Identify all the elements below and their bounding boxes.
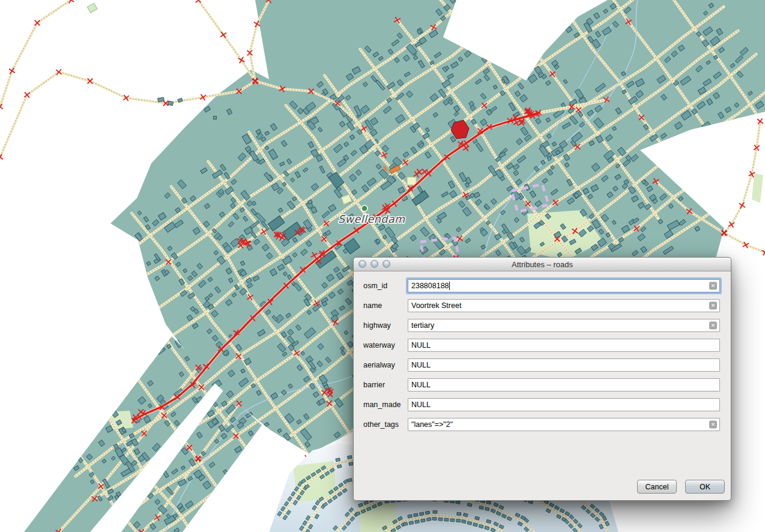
field-row-barrier: barrier ✕	[363, 378, 720, 391]
field-row-other-tags: other_tags ✕	[363, 418, 720, 431]
field-label: osm_id	[363, 282, 408, 290]
field-row-aerialway: aerialway ✕	[363, 358, 720, 372]
field-label: waterway	[363, 341, 408, 349]
map-place-label: Swellendam	[338, 213, 405, 225]
field-label: man_made	[363, 401, 408, 409]
field-label: barrier	[363, 381, 408, 389]
field-row-osm-id: osm_id ✕	[363, 279, 720, 292]
man-made-input[interactable]	[408, 398, 720, 411]
aerialway-input[interactable]	[408, 358, 720, 372]
clear-field-icon[interactable]: ✕	[709, 282, 717, 290]
ok-button[interactable]: OK	[685, 480, 725, 494]
name-input[interactable]	[408, 299, 720, 312]
osm-id-input[interactable]	[408, 279, 720, 292]
field-row-highway: highway ✕	[363, 319, 720, 332]
minimize-button[interactable]	[370, 260, 378, 268]
text-caret	[449, 282, 450, 290]
other-tags-input[interactable]	[408, 418, 720, 431]
field-row-name: name ✕	[363, 299, 720, 312]
field-label: name	[363, 301, 408, 310]
window-controls	[358, 260, 390, 268]
waterway-input[interactable]	[408, 339, 720, 352]
attributes-dialog: Attributes – roads osm_id ✕ name ✕ highw…	[353, 257, 731, 501]
field-label: highway	[363, 321, 408, 330]
clear-field-icon[interactable]: ✕	[709, 322, 717, 330]
dialog-buttons: Cancel OK	[637, 480, 725, 494]
place-node-dot	[361, 205, 367, 211]
attributes-form: osm_id ✕ name ✕ highway ✕ waterway ✕ aer…	[354, 271, 731, 438]
field-row-man-made: man_made ✕	[363, 398, 720, 411]
zoom-button[interactable]	[382, 260, 390, 268]
dialog-title: Attributes – roads	[512, 260, 573, 269]
clear-field-icon[interactable]: ✕	[709, 302, 717, 310]
field-label: other_tags	[363, 420, 408, 429]
dialog-titlebar[interactable]: Attributes – roads	[354, 258, 731, 271]
field-row-waterway: waterway ✕	[363, 339, 720, 352]
cancel-button[interactable]: Cancel	[637, 480, 677, 494]
close-button[interactable]	[358, 260, 366, 268]
field-label: aerialway	[363, 361, 408, 369]
highway-input[interactable]	[408, 319, 720, 332]
app-window: Swellendam Attributes – roads osm_id ✕ n…	[0, 0, 765, 532]
barrier-input[interactable]	[408, 378, 720, 391]
clear-field-icon[interactable]: ✕	[709, 421, 717, 429]
